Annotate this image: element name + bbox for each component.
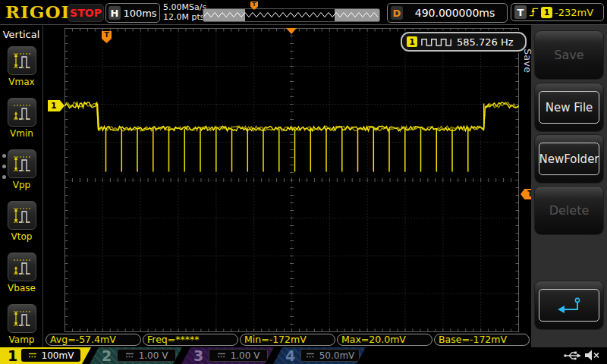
trigger-status-box: T 1 -232mV — [511, 3, 604, 21]
channel-1-number: 1 — [8, 347, 17, 364]
menu-title: Vertical — [0, 29, 42, 40]
falling-edge-icon — [529, 6, 539, 18]
vamp-icon — [11, 309, 33, 328]
channel-2-number: 2 — [102, 347, 112, 364]
channel-4-scale: 50.0mV — [319, 350, 355, 361]
measurement-freq: Freq=***** — [143, 334, 238, 346]
save-button[interactable]: Save — [535, 31, 603, 79]
return-button[interactable] — [535, 281, 603, 329]
vpp-icon — [11, 154, 33, 174]
new-folder-button[interactable]: NewFolder — [535, 135, 603, 183]
save-button-label: Save — [539, 39, 599, 71]
dc-coupling-icon — [28, 352, 37, 359]
vamp-button[interactable] — [8, 304, 36, 333]
new-file-button[interactable]: New File — [535, 83, 603, 131]
trigger-level-value: -232mV — [555, 7, 593, 18]
return-arrow-icon — [555, 296, 583, 315]
vtop-label: Vtop — [0, 231, 43, 242]
vmax-button[interactable] — [8, 46, 36, 75]
new-file-button-label: New File — [539, 91, 599, 124]
menu-tab-save: Save — [522, 49, 533, 73]
channel-4-scale-box: 50.0mV — [300, 349, 360, 362]
delete-button[interactable]: Delete — [535, 187, 603, 234]
memory-depth: 12.0M pts — [163, 12, 206, 22]
delay-box: D 490.000000ms — [387, 3, 508, 23]
vtop-button[interactable] — [8, 201, 36, 230]
save-menu-panel: Save New File NewFolder Delete — [531, 25, 607, 347]
channel-1-scale: 100mV — [42, 350, 74, 361]
acquisition-info: 5.00MSa/s 12.0M pts — [163, 2, 206, 22]
graticule — [46, 25, 531, 347]
timebase-value: 100ms — [121, 8, 159, 19]
channel-4-number: 4 — [285, 347, 295, 364]
vmax-icon — [11, 51, 33, 71]
dc-coupling-icon — [306, 352, 315, 359]
channel-4-block[interactable]: 4 50.0mV — [273, 347, 366, 364]
trigger-label: T — [514, 5, 527, 19]
horizontal-timebase-box: H 100ms — [105, 3, 160, 23]
measurement-base: Base=-172mV — [434, 334, 530, 346]
vbase-button[interactable] — [8, 253, 36, 281]
dc-coupling-icon — [125, 352, 134, 359]
rigol-logo: RIGOL — [5, 2, 74, 22]
vbase-icon — [11, 257, 33, 277]
menu-page-dot — [2, 175, 6, 179]
vmin-button[interactable] — [8, 98, 36, 127]
channel-status-bar: 1 100mV 2 1.00 V 3 — [0, 347, 607, 364]
channel-2-scale: 1.00 V — [139, 350, 168, 361]
d-label: D — [391, 6, 403, 20]
channel-2-block[interactable]: 2 1.00 V — [90, 347, 182, 364]
vamp-label: Vamp — [0, 334, 43, 345]
channel-1-scale-box: 100mV — [21, 349, 80, 362]
channel-3-scale-box: 1.00 V — [209, 349, 268, 362]
h-label: H — [109, 6, 121, 20]
vmax-label: Vmax — [0, 77, 43, 87]
channel-3-scale: 1.00 V — [231, 350, 260, 361]
vbase-label: Vbase — [0, 283, 43, 293]
menu-page-dot — [2, 154, 6, 158]
delay-value: 490.000000ms — [403, 7, 507, 19]
usb-icon — [563, 350, 581, 362]
measurement-avg: Avg=-57.4mV — [46, 334, 141, 346]
vertical-measure-menu: Vertical Vmax Vmin — [0, 25, 43, 347]
counter-frequency-value: 585.726 Hz — [457, 36, 514, 48]
vtop-icon — [11, 206, 33, 225]
counter-source-badge: 1 — [407, 36, 417, 47]
oscilloscope-screen: RIGOL STOP H 100ms 5.00MSa/s 12.0M pts T… — [0, 0, 607, 364]
channel-3-number: 3 — [193, 347, 203, 364]
channel-1-block[interactable]: 1 100mV — [0, 347, 91, 364]
menu-page-dot — [2, 165, 6, 168]
overview-waveform — [203, 10, 378, 20]
channel-2-scale-box: 1.00 V — [117, 349, 176, 362]
run-state-indicator: STOP — [68, 4, 104, 22]
speaker-muted-icon — [583, 349, 600, 362]
dc-coupling-icon — [217, 352, 226, 359]
measurement-min: Min=-172mV — [240, 334, 335, 346]
vmin-label: Vmin — [0, 128, 43, 139]
delay-center-marker — [286, 28, 297, 34]
vpp-label: Vpp — [0, 180, 43, 190]
sample-rate: 5.00MSa/s — [163, 2, 206, 12]
trigger-source-badge: 1 — [541, 7, 552, 18]
channel-3-block[interactable]: 3 1.00 V — [181, 347, 274, 364]
vpp-button[interactable] — [8, 149, 36, 178]
vmin-icon — [11, 102, 33, 122]
square-wave-icon — [421, 37, 453, 47]
delete-button-label: Delete — [539, 194, 599, 227]
new-folder-button-label: NewFolder — [539, 143, 599, 175]
measurement-max: Max=20.0mV — [337, 334, 432, 346]
frequency-counter-badge: 1 585.726 Hz — [401, 32, 527, 52]
waveform-overview-bar[interactable] — [203, 8, 380, 22]
